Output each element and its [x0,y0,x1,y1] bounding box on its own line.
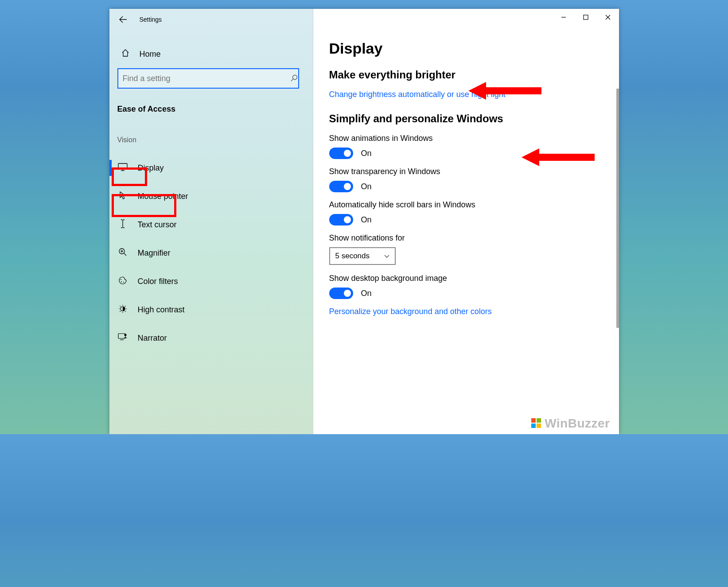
watermark-text: WinBuzzer [545,416,610,431]
group-title-vision: Vision [117,136,313,144]
toggle-transparency[interactable] [329,181,353,192]
search-wrap [109,65,313,92]
watermark: WinBuzzer [531,416,610,431]
setting-label-scrollbars: Automatically hide scroll bars in Window… [329,200,619,210]
page-title: Display [329,40,619,57]
svg-line-8 [124,253,126,256]
brightness-link[interactable]: Change brightness automatically or use n… [329,90,619,99]
content-panel: Display Make everything brighter Change … [313,9,619,434]
sidebar-item-text-cursor[interactable]: Text cursor [109,210,313,239]
minimize-button[interactable] [553,9,575,26]
text-cursor-icon [117,219,128,231]
close-button[interactable] [597,9,619,26]
svg-point-11 [123,282,124,283]
home-label: Home [140,50,161,59]
dropdown-value: 5 seconds [335,252,370,260]
toggle-state-scrollbars: On [361,215,372,225]
svg-rect-25 [584,15,588,19]
palette-icon [117,276,128,287]
narrator-icon [117,333,128,344]
magnifier-icon [117,248,128,259]
svg-line-18 [125,311,126,312]
home-nav-item[interactable]: Home [113,43,313,65]
svg-line-20 [120,311,121,312]
dropdown-notifications[interactable]: 5 seconds [329,247,396,265]
svg-line-19 [125,306,126,307]
scrollbar-track [616,89,619,328]
watermark-logo-icon [531,418,542,429]
sidebar-item-narrator[interactable]: Narrator [109,324,313,352]
sidebar-item-label: Mouse pointer [138,192,188,201]
maximize-button[interactable] [575,9,597,26]
toggle-state-animations: On [361,149,372,158]
back-arrow-icon [119,16,127,23]
home-icon [120,49,131,59]
toggle-animations[interactable] [329,148,353,159]
category-title: Ease of Access [117,105,313,114]
high-contrast-icon [117,304,128,315]
sidebar-item-label: High contrast [138,305,185,315]
svg-line-1 [291,79,293,82]
personalize-link[interactable]: Personalize your background and other co… [329,307,619,316]
setting-label-desktop-bg: Show desktop background image [329,274,619,283]
svg-point-23 [124,334,126,336]
scrollbar-thumb[interactable] [616,89,619,328]
sidebar-item-mouse-pointer[interactable]: Mouse pointer [109,182,313,210]
section-heading-simplify: Simplify and personalize Windows [329,113,619,125]
setting-label-animations: Show animations in Windows [329,134,619,143]
sidebar-item-label: Display [138,163,164,173]
svg-line-17 [120,306,121,307]
display-icon [117,163,128,174]
section-heading-brighter: Make everything brighter [329,69,619,81]
svg-point-10 [121,281,122,282]
setting-label-transparency: Show transparency in Windows [329,167,619,176]
chevron-down-icon [384,252,389,260]
search-icon [291,74,298,83]
sidebar-item-label: Text cursor [138,220,177,229]
mouse-pointer-icon [117,191,128,202]
search-input[interactable] [117,68,299,89]
titlebar: Settings [109,9,313,30]
toggle-state-transparency: On [361,182,372,191]
sidebar-item-display[interactable]: Display [109,154,313,182]
back-button[interactable] [116,12,131,27]
toggle-scrollbars[interactable] [329,214,353,225]
settings-window: Settings Home Ease of Access Vision Disp… [109,9,619,434]
sidebar-item-label: Color filters [138,277,178,286]
sidebar: Settings Home Ease of Access Vision Disp… [109,9,313,434]
sidebar-item-color-filters[interactable]: Color filters [109,267,313,295]
svg-point-9 [121,279,121,280]
sidebar-item-label: Narrator [138,334,167,343]
sidebar-item-label: Magnifier [138,249,171,258]
window-title: Settings [140,16,162,23]
toggle-state-desktop-bg: On [361,289,372,298]
window-controls [553,9,619,27]
svg-rect-2 [118,163,127,169]
sidebar-item-magnifier[interactable]: Magnifier [109,239,313,267]
setting-label-notifications: Show notifications for [329,233,619,243]
toggle-desktop-bg[interactable] [329,288,353,299]
svg-point-0 [292,75,297,80]
sidebar-item-high-contrast[interactable]: High contrast [109,295,313,324]
